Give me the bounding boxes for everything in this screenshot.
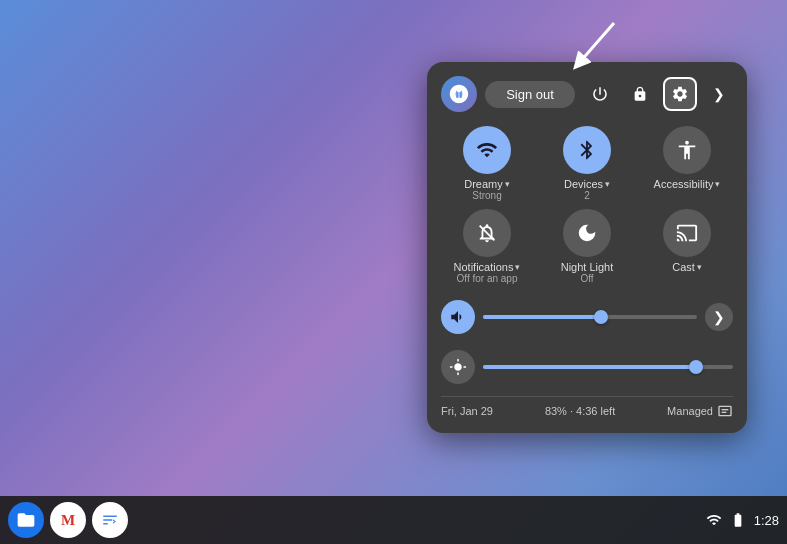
bluetooth-tile-icon <box>563 126 611 174</box>
bluetooth-tile[interactable]: Devices ▾ 2 <box>541 126 633 201</box>
battery-taskbar-icon <box>730 512 746 528</box>
bluetooth-tile-label: Devices <box>564 178 603 190</box>
volume-slider-track[interactable] <box>483 315 697 319</box>
accessibility-tile[interactable]: Accessibility ▾ <box>641 126 733 201</box>
taskbar-right: 1:28 <box>706 512 779 528</box>
bluetooth-tile-label-row: Devices ▾ <box>564 178 610 190</box>
user-avatar <box>441 76 477 112</box>
cast-tile[interactable]: Cast ▾ <box>641 209 733 284</box>
nightlight-tile-sublabel: Off <box>580 273 593 284</box>
cast-tile-sublabel <box>686 273 689 284</box>
brightness-slider-track[interactable] <box>483 365 733 369</box>
status-managed: Managed <box>667 405 713 417</box>
nightlight-tile-label: Night Light <box>561 261 614 273</box>
accessibility-dropdown-arrow: ▾ <box>715 179 720 189</box>
wifi-tile-label: Dreamy <box>464 178 503 190</box>
wifi-tile-icon <box>463 126 511 174</box>
wifi-tile-label-row: Dreamy ▾ <box>464 178 510 190</box>
panel-top-icons <box>583 77 697 111</box>
accessibility-tile-label-row: Accessibility ▾ <box>654 178 721 190</box>
taskbar-play-icon[interactable] <box>92 502 128 538</box>
panel-top-row: Sign out ❯ <box>441 76 733 112</box>
volume-slider-thumb <box>594 310 608 324</box>
cast-tile-label-row: Cast ▾ <box>672 261 702 273</box>
brightness-slider-fill <box>483 365 696 369</box>
status-battery: 83% · 4:36 left <box>545 405 615 417</box>
quick-tiles-grid: Dreamy ▾ Strong Devices ▾ 2 <box>441 126 733 284</box>
wifi-taskbar-icon <box>706 512 722 528</box>
lock-button[interactable] <box>623 77 657 111</box>
brightness-slider-row <box>441 346 733 388</box>
panel-chevron-button[interactable]: ❯ <box>705 80 733 108</box>
sign-out-button[interactable]: Sign out <box>485 81 575 108</box>
nightlight-tile-label-row: Night Light <box>561 261 614 273</box>
svg-rect-4 <box>722 412 727 413</box>
cast-tile-icon <box>663 209 711 257</box>
cast-tile-label: Cast <box>672 261 695 273</box>
taskbar-left: M <box>8 502 128 538</box>
brightness-slider-thumb <box>689 360 703 374</box>
accessibility-tile-icon <box>663 126 711 174</box>
nightlight-tile-icon <box>563 209 611 257</box>
panel-status-bar: Fri, Jan 29 83% · 4:36 left Managed <box>441 396 733 419</box>
nightlight-tile[interactable]: Night Light Off <box>541 209 633 284</box>
notifications-tile-icon <box>463 209 511 257</box>
taskbar-files-icon[interactable] <box>8 502 44 538</box>
notifications-tile-label: Notifications <box>454 261 514 273</box>
cast-dropdown-arrow: ▾ <box>697 262 702 272</box>
panel-bottom-right: Managed <box>667 403 733 419</box>
accessibility-tile-sublabel <box>686 190 689 201</box>
svg-rect-3 <box>722 409 729 410</box>
brightness-icon <box>441 350 475 384</box>
wifi-dropdown-arrow: ▾ <box>505 179 510 189</box>
bluetooth-dropdown-arrow: ▾ <box>605 179 610 189</box>
taskbar: M 1:28 <box>0 496 787 544</box>
system-panel: Sign out ❯ <box>427 62 747 433</box>
wifi-tile-sublabel: Strong <box>472 190 501 201</box>
volume-icon <box>441 300 475 334</box>
notifications-tile-sublabel: Off for an app <box>457 273 518 284</box>
power-button[interactable] <box>583 77 617 111</box>
notifications-tile[interactable]: Notifications ▾ Off for an app <box>441 209 533 284</box>
volume-slider-fill <box>483 315 601 319</box>
managed-icon <box>717 403 733 419</box>
notifications-dropdown-arrow: ▾ <box>515 262 520 272</box>
bluetooth-tile-sublabel: 2 <box>584 190 590 201</box>
svg-line-0 <box>579 23 614 63</box>
accessibility-tile-label: Accessibility <box>654 178 714 190</box>
wifi-tile[interactable]: Dreamy ▾ Strong <box>441 126 533 201</box>
taskbar-time: 1:28 <box>754 513 779 528</box>
volume-expand-button[interactable]: ❯ <box>705 303 733 331</box>
volume-slider-row: ❯ <box>441 296 733 338</box>
taskbar-gmail-icon[interactable]: M <box>50 502 86 538</box>
arrow-pointer <box>569 18 629 78</box>
settings-button[interactable] <box>663 77 697 111</box>
notifications-tile-label-row: Notifications ▾ <box>454 261 521 273</box>
status-date: Fri, Jan 29 <box>441 405 493 417</box>
